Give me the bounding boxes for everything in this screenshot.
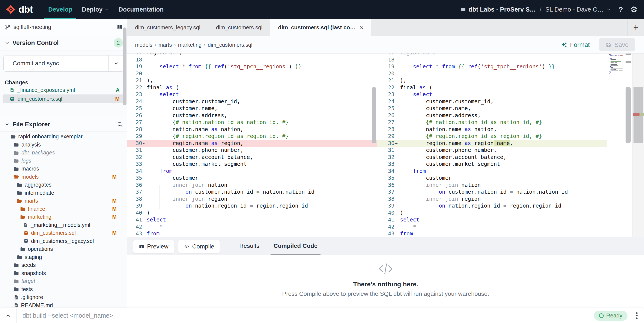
code-line-30[interactable]: 30- region.name as region, (127, 140, 377, 147)
tree-item-marts[interactable]: martsM (0, 197, 127, 205)
code-line-17[interactable]: 17region as ( (127, 53, 377, 56)
account-switcher[interactable]: dbt Labs - ProServ S… / SL Demo - Dave C… (460, 6, 612, 13)
tree-item-macros[interactable]: macros (0, 165, 127, 173)
command-input[interactable]: dbt build --select <model_name> (16, 312, 594, 319)
code-line-36[interactable]: 36 inner join nation (377, 182, 607, 189)
compile-button[interactable]: Compile (178, 240, 220, 253)
code-line-43[interactable]: 43from (377, 230, 607, 237)
code-line-32[interactable]: 32 customer.account_balance, (377, 154, 607, 161)
code-line-39[interactable]: 39 on nation.region_id = region.region_i… (377, 202, 607, 210)
tree-item-operations[interactable]: operations (0, 245, 127, 253)
code-line-41[interactable]: 41select (127, 216, 377, 223)
tree-item-README.md[interactable]: README.md (0, 301, 127, 308)
tree-item-aggregates[interactable]: aggregates (0, 181, 127, 189)
diff-pane-modified[interactable]: 17region as (1819 select * from {{ ref('… (377, 53, 607, 237)
editor-tab[interactable]: dim_customers.sql (last co…× (270, 19, 371, 36)
code-line-37[interactable]: 37 on customer.nation_id = nation.nation… (127, 189, 377, 196)
code-line-40[interactable]: 40) (127, 210, 377, 217)
file-explorer-header[interactable]: File Explorer (0, 117, 127, 132)
code-line-43[interactable]: 43from (127, 230, 377, 237)
panel-tab-results[interactable]: Results (236, 237, 262, 256)
format-button[interactable]: Format (561, 41, 590, 48)
code-line-26[interactable]: 26 customer.address, (377, 112, 607, 119)
code-line-21[interactable]: 21), (127, 77, 377, 84)
code-line-24[interactable]: 24 customer.customer_id, (127, 98, 377, 105)
tree-item-target[interactable]: target (0, 277, 127, 285)
commit-options-caret[interactable] (108, 55, 124, 71)
code-line-37[interactable]: 37 on customer.nation_id = nation.nation… (377, 189, 607, 196)
tree-item-finance[interactable]: financeM (0, 205, 127, 213)
code-line-20[interactable]: 20 (127, 70, 377, 77)
tree-item-dbt_packages[interactable]: dbt_packages (0, 149, 127, 157)
editor-tab[interactable]: dim_customers_legacy.sql (127, 19, 208, 36)
new-tab-button[interactable]: + (628, 19, 644, 36)
tree-item-seeds[interactable]: seeds (0, 261, 127, 269)
code-line-25[interactable]: 25 customer.name, (377, 105, 607, 112)
code-line-30[interactable]: 30+ region.name as region_name, (377, 140, 607, 147)
breadcrumb-item[interactable]: dim_customers.sql (208, 42, 252, 48)
outer-scrollbar[interactable] (632, 53, 644, 237)
breadcrumb-item[interactable]: marketing (178, 42, 202, 48)
code-line-20[interactable]: 20 (377, 70, 607, 77)
tree-item-rapid-onboarding-exemplar[interactable]: rapid-onboarding-exemplar (0, 133, 127, 141)
code-line-31[interactable]: 31 customer.phone_number, (377, 147, 607, 154)
minimap[interactable] (609, 54, 622, 75)
code-line-34[interactable]: 34 from (377, 168, 607, 175)
editor-tab[interactable]: dim_customers.sql (208, 19, 270, 36)
nav-item-documentation[interactable]: Documentation (114, 0, 168, 19)
code-line-35[interactable]: 35 customer (377, 175, 607, 182)
code-line-36[interactable]: 36 inner join nation (127, 182, 377, 189)
change-item[interactable]: dim_customers.sqlM (2, 94, 125, 103)
preview-button[interactable]: Preview (133, 240, 174, 253)
help-button[interactable]: ? (618, 5, 623, 14)
version-control-header[interactable]: Version Control 2 (0, 35, 127, 51)
code-line-32[interactable]: 32 customer.account_balance, (127, 154, 377, 161)
code-line-24[interactable]: 24 customer.customer_id, (377, 98, 607, 105)
code-line-38[interactable]: 38 inner join region (127, 196, 377, 203)
code-line-39[interactable]: 39 on nation.region_id = region.region_i… (127, 202, 377, 210)
tree-item-dim_customers.sql[interactable]: dim_customers.sqlM (0, 229, 127, 237)
code-line-25[interactable]: 25 customer.name, (127, 105, 377, 112)
code-line-23[interactable]: 23 select (127, 91, 377, 98)
tree-item-.gitignore[interactable]: .gitignore (0, 293, 127, 301)
close-icon[interactable]: × (360, 24, 364, 31)
file-tree-scrollbar[interactable] (123, 27, 126, 105)
tree-item-models[interactable]: modelsM (0, 173, 127, 181)
code-line-33[interactable]: 33 customer.market_segment (127, 161, 377, 168)
right-pane-scrollbar[interactable] (626, 87, 631, 143)
code-line-38[interactable]: 38 inner join region (377, 196, 607, 203)
tree-item-staging[interactable]: staging (0, 253, 127, 261)
collapse-panel-button[interactable] (0, 308, 16, 323)
panel-tab-compiled-code[interactable]: Compiled Code (270, 237, 320, 256)
code-line-22[interactable]: 22final as ( (377, 84, 607, 91)
dbt-logo[interactable]: dbt (6, 0, 33, 19)
code-line-23[interactable]: 23 select (377, 91, 607, 98)
code-line-28[interactable]: 28 nation.name as nation, (377, 126, 607, 133)
code-line-28[interactable]: 28 nation.name as nation, (127, 126, 377, 133)
search-icon[interactable] (117, 121, 123, 127)
code-line-18[interactable]: 18 (127, 56, 377, 63)
code-line-42[interactable]: 42 * (127, 223, 377, 231)
code-line-18[interactable]: 18 (377, 56, 607, 63)
breadcrumb-item[interactable]: models (135, 42, 152, 48)
code-line-40[interactable]: 40) (377, 210, 607, 217)
tree-item-snapshots[interactable]: snapshots (0, 269, 127, 277)
left-pane-scrollbar[interactable] (372, 87, 376, 143)
code-line-29[interactable]: 29 {# region.region_id as region_id, #} (127, 133, 377, 140)
change-item[interactable]: _finance_exposures.ymlA (2, 86, 125, 94)
tree-item-tests[interactable]: tests (0, 285, 127, 294)
settings-button[interactable]: ⚙ (630, 5, 638, 13)
tree-item-logs[interactable]: logs (0, 157, 127, 165)
code-line-33[interactable]: 33 customer.market_segment (377, 161, 607, 168)
docs-book-icon[interactable] (116, 24, 123, 30)
code-line-31[interactable]: 31 customer.phone_number, (127, 147, 377, 154)
git-branch-row[interactable]: sqlfluff-meeting (0, 19, 127, 35)
nav-item-develop[interactable]: Develop (44, 0, 77, 19)
code-line-26[interactable]: 26 customer.address, (127, 112, 377, 119)
tree-item-dim_customers_legacy.sql[interactable]: dim_customers_legacy.sql (0, 237, 127, 245)
code-line-27[interactable]: 27 {# nation.nation_id as nation_id, #} (377, 119, 607, 126)
nav-item-deploy[interactable]: Deploy (77, 0, 114, 19)
tree-item-_marketing__models.yml[interactable]: _marketing__models.yml (0, 221, 127, 229)
code-line-42[interactable]: 42 * (377, 223, 607, 231)
commit-and-sync-button[interactable]: Commit and sync (4, 55, 124, 71)
